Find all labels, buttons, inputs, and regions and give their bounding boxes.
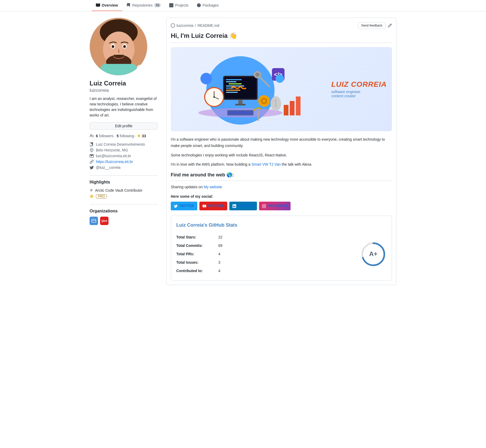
linkedin-button[interactable]: LINKEDIN bbox=[229, 202, 257, 210]
readme-path-file: README.md bbox=[198, 23, 219, 28]
twitter-icon-btn bbox=[174, 204, 178, 208]
banner-role1: software engineer bbox=[331, 90, 387, 94]
readme-actions: Send feedback bbox=[358, 22, 392, 29]
banner-container: </> bbox=[171, 47, 392, 131]
following-count[interactable]: 5 bbox=[117, 134, 119, 138]
svg-rect-4 bbox=[100, 64, 137, 75]
readme-circle-icon bbox=[171, 23, 175, 28]
stars-label: Total Stars: bbox=[176, 234, 218, 241]
edit-profile-button[interactable]: Edit profile bbox=[90, 122, 158, 130]
mail-icon bbox=[90, 154, 94, 158]
svg-rect-47 bbox=[289, 126, 306, 126]
stats-title: Luiz Correia's GitHub Stats bbox=[176, 221, 386, 229]
snowflake-icon: ✳ bbox=[90, 188, 93, 193]
svg-rect-43 bbox=[296, 96, 301, 115]
commits-label: Total Commits: bbox=[176, 243, 218, 249]
org-avatars: Qiré bbox=[90, 217, 158, 225]
svg-rect-21 bbox=[226, 90, 240, 91]
my-website-link[interactable]: My website bbox=[204, 185, 222, 189]
svg-rect-19 bbox=[226, 85, 244, 86]
svg-rect-17 bbox=[226, 81, 236, 82]
tab-overview[interactable]: Overview bbox=[92, 0, 122, 11]
website-link[interactable]: https://luizcorreia.eti.br bbox=[96, 160, 133, 164]
svg-rect-44 bbox=[257, 110, 259, 121]
contributed-label: Contributed to: bbox=[176, 268, 218, 274]
package-icon bbox=[197, 3, 201, 7]
highlight-arctic-text: Arctic Code Vault Contributor bbox=[95, 188, 142, 192]
svg-point-7 bbox=[112, 45, 114, 48]
stars-value: 22 bbox=[218, 234, 223, 241]
grade-circle: A+ bbox=[360, 241, 386, 267]
twitter-icon-meta bbox=[90, 165, 94, 170]
nav-tabs: Overview Repositories 56 Projects Packag… bbox=[92, 0, 223, 11]
followers-count[interactable]: 6 bbox=[96, 134, 98, 138]
location-icon bbox=[90, 148, 94, 152]
readme-body: I'm a software engineer who is passionat… bbox=[171, 136, 392, 281]
tab-repositories[interactable]: Repositories 56 bbox=[122, 0, 165, 11]
highlight-pro: PRO bbox=[90, 194, 158, 198]
linkedin-btn-label: LINKEDIN bbox=[238, 203, 254, 208]
tab-repositories-label: Repositories bbox=[132, 3, 153, 7]
stats-row-stars: Total Stars: 22 bbox=[176, 233, 355, 242]
repo-badge: 56 bbox=[154, 3, 161, 7]
readme-para-3: I'm in love with the AWS platform. Now b… bbox=[171, 161, 392, 168]
prs-value: 4 bbox=[218, 251, 220, 257]
email-text: luiz@luizcorreia.eti.br bbox=[96, 154, 131, 158]
scene-svg: </> bbox=[183, 52, 314, 126]
linkedin-icon-btn bbox=[232, 204, 236, 208]
svg-rect-24 bbox=[235, 104, 246, 105]
stats-row-issues: Total Issues: 3 bbox=[176, 258, 355, 267]
send-feedback-button[interactable]: Send feedback bbox=[358, 22, 386, 29]
main-content: luizcorreia / README.md Send feedback Hi… bbox=[166, 18, 396, 285]
org-avatar-2[interactable]: Qiré bbox=[100, 217, 108, 225]
smart-van-link[interactable]: Smart VW T2 Van bbox=[251, 162, 281, 166]
stats-row-prs: Total PRs: 4 bbox=[176, 250, 355, 258]
stars-count[interactable]: 33 bbox=[142, 134, 146, 138]
readme-header: luizcorreia / README.md Send feedback bbox=[171, 22, 392, 29]
instagram-icon-btn bbox=[262, 204, 266, 208]
twitter-text: @luiz__correia bbox=[96, 165, 121, 170]
building-icon bbox=[90, 142, 94, 146]
social-label: Here some of my social: bbox=[171, 194, 392, 200]
instagram-button[interactable]: INSTAGRAM bbox=[259, 202, 291, 210]
instagram-btn-label: INSTAGRAM bbox=[267, 203, 287, 208]
tab-projects-label: Projects bbox=[175, 3, 188, 7]
stats-row-contributed: Contributed to: 4 bbox=[176, 267, 355, 275]
stats-row-commits: Total Commits: 69 bbox=[176, 242, 355, 250]
tab-packages-label: Packages bbox=[203, 3, 219, 7]
issues-value: 3 bbox=[218, 259, 220, 266]
svg-rect-22 bbox=[226, 92, 238, 93]
star-icon-pro bbox=[90, 194, 94, 198]
commits-value: 69 bbox=[218, 243, 223, 249]
svg-rect-9 bbox=[90, 217, 98, 225]
twitter-button[interactable]: TWITTER bbox=[171, 202, 197, 210]
readme-path-sep: / bbox=[195, 23, 196, 28]
edit-icon[interactable] bbox=[388, 23, 392, 28]
svg-point-31 bbox=[213, 96, 215, 98]
followers-label: followers bbox=[99, 134, 113, 138]
tab-packages[interactable]: Packages bbox=[193, 0, 223, 11]
readme-title: Hi, I'm Luiz Correia 👋 bbox=[171, 32, 392, 43]
readme-card: luizcorreia / README.md Send feedback Hi… bbox=[166, 18, 396, 285]
twitter-btn-label: TWITTER bbox=[179, 203, 194, 208]
youtube-icon-btn bbox=[203, 204, 206, 208]
org-avatar-1[interactable] bbox=[90, 217, 98, 225]
highlights-title: Highlights bbox=[90, 180, 158, 185]
svg-rect-26 bbox=[229, 111, 252, 114]
issues-label: Total Issues: bbox=[176, 259, 218, 266]
youtube-button[interactable]: YOUTUBE bbox=[199, 202, 227, 210]
camera-icon-overlay[interactable] bbox=[137, 65, 144, 72]
tab-projects[interactable]: Projects bbox=[165, 0, 193, 11]
repo-icon bbox=[126, 3, 131, 7]
meta-website: https://luizcorreia.eti.br bbox=[90, 160, 158, 164]
svg-point-33 bbox=[255, 73, 260, 77]
readme-para-2: Some technologies I enjoy working with i… bbox=[171, 152, 392, 159]
banner-inner: </> bbox=[176, 52, 387, 126]
organizations-section: Organizations Qiré bbox=[90, 209, 158, 225]
profile-meta: Luiz Correia Desenvolvimento Belo Horizo… bbox=[90, 142, 158, 176]
followers-row: 6 followers · 5 following · 33 bbox=[90, 134, 158, 138]
readme-path: luizcorreia / README.md bbox=[171, 23, 219, 28]
pro-badge: PRO bbox=[96, 194, 107, 198]
grade-circle-svg bbox=[360, 241, 386, 267]
meta-twitter: @luiz__correia bbox=[90, 165, 158, 170]
